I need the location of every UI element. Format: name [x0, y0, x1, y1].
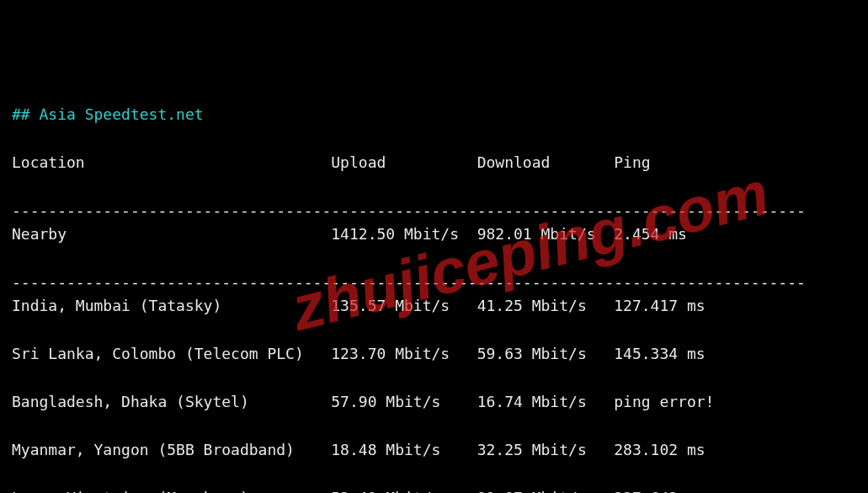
cell-location: Sri Lanka, Colombo (Telecom PLC) [12, 342, 331, 366]
table-row: Myanmar, Yangon (5BB Broadband)18.48 Mbi… [12, 438, 856, 462]
nearby-row: Nearby1412.50 Mbit/s982.01 Mbit/s2.454 m… [12, 222, 856, 246]
cell-upload: 135.57 Mbit/s [331, 294, 477, 318]
cell-download: 41.25 Mbit/s [477, 294, 615, 318]
col-header-upload: Upload [331, 151, 477, 174]
cell-download: 16.74 Mbit/s [477, 390, 615, 414]
cell-ping: ping error! [614, 390, 714, 414]
cell-ping: 227.643 ms [614, 486, 705, 493]
table-row: Laos, Vientaine (Mangkone)52.49 Mbit/s91… [12, 486, 856, 493]
cell-download: 91.87 Mbit/s [477, 486, 615, 493]
cell-ping: 283.102 ms [614, 438, 705, 462]
cell-download: 59.63 Mbit/s [477, 342, 615, 366]
table-row: Sri Lanka, Colombo (Telecom PLC)123.70 M… [12, 342, 856, 366]
cell-upload: 123.70 Mbit/s [331, 342, 477, 366]
table-row: India, Mumbai (Tatasky)135.57 Mbit/s41.2… [12, 294, 856, 318]
cell-location: Myanmar, Yangon (5BB Broadband) [12, 438, 331, 462]
divider-line: ----------------------------------------… [12, 201, 806, 219]
cell-ping: 145.334 ms [614, 342, 705, 366]
nearby-download: 982.01 Mbit/s [477, 222, 615, 246]
nearby-location: Nearby [12, 222, 331, 246]
image-watermark: zhujiceping.com [281, 145, 779, 359]
col-header-download: Download [477, 151, 615, 174]
divider-line: ----------------------------------------… [12, 273, 806, 291]
header-row: LocationUploadDownloadPing [12, 151, 856, 174]
table-row: Bangladesh, Dhaka (Skytel)57.90 Mbit/s16… [12, 390, 856, 414]
cell-location: Bangladesh, Dhaka (Skytel) [12, 390, 331, 414]
cell-location: Laos, Vientaine (Mangkone) [12, 486, 331, 493]
cell-ping: 127.417 ms [614, 294, 705, 318]
col-header-location: Location [12, 151, 331, 174]
nearby-ping: 2.454 ms [614, 222, 687, 246]
cell-upload: 52.49 Mbit/s [331, 486, 477, 493]
nearby-upload: 1412.50 Mbit/s [331, 222, 477, 246]
section-title: ## Asia Speedtest.net [12, 105, 204, 123]
cell-upload: 18.48 Mbit/s [331, 438, 477, 462]
cell-upload: 57.90 Mbit/s [331, 390, 477, 414]
col-header-ping: Ping [614, 151, 650, 174]
cell-location: India, Mumbai (Tatasky) [12, 294, 331, 318]
cell-download: 32.25 Mbit/s [477, 438, 615, 462]
